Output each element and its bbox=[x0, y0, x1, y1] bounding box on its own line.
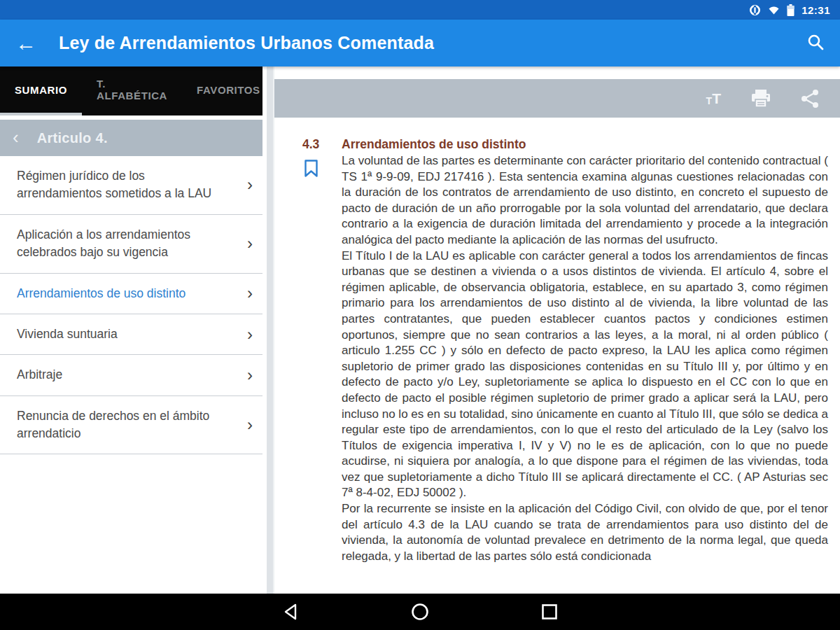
search-icon[interactable] bbox=[806, 33, 825, 54]
chevron-right-icon: › bbox=[247, 176, 253, 193]
sidebar-item-renuncia-derechos[interactable]: Renuncia de derechos en el ámbito arrend… bbox=[0, 396, 262, 455]
page-title: Ley de Arrendamientos Urbanos Comentada bbox=[59, 33, 434, 53]
section-header-label: Articulo 4. bbox=[37, 130, 108, 146]
content-body: 4.3 Arrendamientos de uso distinto La vo… bbox=[274, 118, 840, 564]
sidebar-item-list: Régimen jurídico de los arrendamientos s… bbox=[0, 156, 262, 594]
pane-divider bbox=[262, 66, 274, 594]
item-label: Renuncia de derechos en el ámbito arrend… bbox=[17, 407, 221, 443]
chevron-right-icon: › bbox=[247, 367, 253, 384]
text-size-large-glyph: T bbox=[712, 91, 721, 106]
android-nav-bar bbox=[0, 594, 840, 630]
chevron-right-icon: › bbox=[247, 416, 253, 433]
sidebar-item-aplicacion[interactable]: Aplicación a los arrendamientos celebrad… bbox=[0, 215, 262, 274]
sidebar-item-uso-distinto[interactable]: Arrendamientos de uso distinto › bbox=[0, 274, 262, 314]
nav-home-icon[interactable] bbox=[411, 603, 429, 621]
paragraph: La voluntad de las partes es determinant… bbox=[342, 153, 828, 248]
item-label: Vivienda suntuaria bbox=[17, 326, 221, 343]
status-bar: 12:31 bbox=[0, 0, 840, 20]
section-header-articulo-4[interactable]: ‹ Articulo 4. bbox=[0, 120, 262, 156]
data-saver-icon bbox=[749, 4, 761, 16]
tab-alfabetica[interactable]: T. ALFABÉTICA bbox=[82, 66, 182, 115]
main-area: SUMARIO T. ALFABÉTICA FAVORITOS ‹ Articu… bbox=[0, 66, 840, 594]
item-label: Aplicación a los arrendamientos celebrad… bbox=[17, 226, 221, 262]
tab-label: SUMARIO bbox=[15, 84, 67, 96]
paragraph: Por la recurrente se insiste en la aplic… bbox=[342, 501, 828, 564]
sidebar-tab-bar: SUMARIO T. ALFABÉTICA FAVORITOS bbox=[0, 66, 262, 115]
tab-favoritos[interactable]: FAVORITOS bbox=[182, 66, 275, 115]
print-icon[interactable] bbox=[750, 89, 771, 108]
app-bar: ← Ley de Arrendamientos Urbanos Comentad… bbox=[0, 20, 840, 66]
nav-recents-icon[interactable] bbox=[541, 603, 558, 620]
status-time: 12:31 bbox=[802, 4, 830, 16]
paragraph: El Título I de la LAU es aplicable con c… bbox=[342, 248, 828, 502]
content-toolbar: TT bbox=[274, 79, 840, 118]
item-label: Régimen jurídico de los arrendamientos s… bbox=[17, 167, 221, 203]
content-pane: TT bbox=[274, 66, 840, 594]
section-number: 4.3 bbox=[302, 137, 342, 152]
share-icon[interactable] bbox=[801, 89, 819, 108]
bookmark-icon[interactable] bbox=[304, 159, 342, 181]
sidebar-item-vivienda-suntuaria[interactable]: Vivienda suntuaria › bbox=[0, 314, 262, 355]
back-arrow-icon[interactable]: ← bbox=[15, 33, 36, 54]
chevron-right-icon: › bbox=[247, 235, 253, 252]
sidebar-item-regimen-juridico[interactable]: Régimen jurídico de los arrendamientos s… bbox=[0, 156, 262, 215]
text-size-small-glyph: T bbox=[706, 96, 713, 106]
section-title: Arrendamientos de uso distinto bbox=[342, 137, 828, 152]
text-size-icon[interactable]: TT bbox=[706, 91, 721, 106]
sidebar: SUMARIO T. ALFABÉTICA FAVORITOS ‹ Articu… bbox=[0, 66, 262, 594]
chevron-right-icon: › bbox=[247, 326, 253, 343]
sidebar-item-arbitraje[interactable]: Arbitraje › bbox=[0, 355, 262, 396]
nav-back-icon[interactable] bbox=[282, 603, 299, 621]
item-label: Arbitraje bbox=[17, 366, 221, 384]
section-number-column: 4.3 bbox=[274, 137, 342, 564]
chevron-left-icon: ‹ bbox=[13, 128, 19, 146]
tab-label: FAVORITOS bbox=[197, 84, 260, 96]
item-label: Arrendamientos de uso distinto bbox=[17, 285, 221, 302]
wifi-icon bbox=[768, 5, 780, 15]
chevron-right-icon: › bbox=[247, 285, 253, 302]
section-text-column: Arrendamientos de uso distinto La volunt… bbox=[342, 137, 840, 564]
tab-label: T. ALFABÉTICA bbox=[97, 78, 167, 102]
battery-icon bbox=[787, 4, 794, 16]
tab-sumario[interactable]: SUMARIO bbox=[0, 66, 82, 115]
